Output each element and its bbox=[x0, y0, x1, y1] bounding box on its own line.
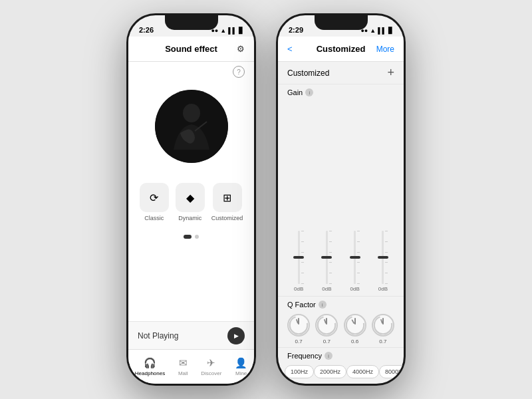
svg-point-9 bbox=[374, 317, 392, 334]
slider-col-0: 0dB bbox=[294, 231, 303, 292]
freq-btn-2[interactable]: 4000Hz bbox=[346, 365, 379, 378]
qfactor-info-icon[interactable]: i bbox=[319, 301, 327, 309]
knob-1[interactable] bbox=[315, 314, 338, 336]
frequency-info-icon[interactable]: i bbox=[325, 352, 332, 360]
knob-col-3: 0.7 bbox=[372, 314, 394, 344]
nav-title-2: Customized bbox=[317, 44, 366, 54]
svg-point-3 bbox=[290, 317, 307, 334]
effect-btn-customized[interactable]: ⊞ Customized bbox=[211, 183, 243, 221]
customized-icon: ⊞ bbox=[213, 183, 242, 212]
now-playing-bar: Not Playing ▶ bbox=[128, 321, 254, 349]
knob-col-1: 0.7 bbox=[315, 314, 338, 344]
effect-btn-dynamic[interactable]: ◆ Dynamic bbox=[176, 183, 205, 221]
slider-label-1: 0dB bbox=[322, 286, 331, 292]
nav-title-1: Sound effect bbox=[165, 44, 217, 54]
gain-label-row: Gain i bbox=[278, 84, 404, 99]
freq-container: 100Hz 2000Hz 4000Hz 8000Hz bbox=[278, 362, 404, 384]
help-icon[interactable]: ? bbox=[233, 66, 245, 78]
notch-1 bbox=[165, 15, 218, 30]
dynamic-icon: ◆ bbox=[176, 183, 205, 212]
slider-col-3: 0dB bbox=[378, 231, 388, 292]
discover-icon: ✈ bbox=[207, 357, 215, 369]
mall-tab-label: Mall bbox=[178, 370, 188, 376]
slider-col-2: 0dB bbox=[350, 231, 360, 292]
tab-mine[interactable]: 👤 Mine bbox=[235, 357, 247, 376]
dot-inactive bbox=[195, 235, 199, 239]
slider-col-1: 0dB bbox=[322, 231, 331, 292]
qfactor-label-row: Q Factor i bbox=[278, 297, 404, 311]
discover-tab-label: Discover bbox=[201, 370, 221, 376]
dynamic-label: Dynamic bbox=[178, 215, 201, 221]
knob-col-0: 0.7 bbox=[287, 314, 310, 344]
status-time-1: 2:26 bbox=[139, 26, 154, 34]
freq-btn-0[interactable]: 100Hz bbox=[285, 365, 314, 378]
nav-bar-1: Sound effect ⚙ bbox=[128, 37, 254, 62]
slider-track-1[interactable] bbox=[326, 231, 328, 284]
svg-point-5 bbox=[318, 317, 335, 334]
knob-value-3: 0.7 bbox=[379, 338, 386, 344]
knob-col-2: 0.6 bbox=[344, 314, 366, 344]
mine-tab-label: Mine bbox=[235, 370, 247, 376]
dot-active bbox=[184, 235, 192, 239]
frequency-label: Frequency bbox=[287, 352, 322, 360]
classic-label: Classic bbox=[144, 215, 164, 221]
slider-track-2[interactable] bbox=[354, 231, 356, 284]
tab-mall[interactable]: ✉ Mall bbox=[178, 357, 188, 376]
tab-bar: 🎧 Headphones ✉ Mall ✈ Discover 👤 Mine bbox=[128, 349, 254, 384]
more-button[interactable]: More bbox=[376, 45, 394, 54]
svg-point-1 bbox=[183, 104, 200, 122]
knob-value-2: 0.6 bbox=[351, 338, 358, 344]
gain-info-icon[interactable]: i bbox=[305, 88, 313, 96]
knob-0[interactable] bbox=[287, 314, 310, 336]
back-button[interactable]: < bbox=[287, 44, 293, 54]
slider-label-2: 0dB bbox=[350, 286, 360, 292]
qfactor-label: Q Factor bbox=[287, 301, 316, 309]
freq-btn-1[interactable]: 2000Hz bbox=[314, 365, 346, 378]
phone-1: 2:26 ●● ▲ ▌▌ ▊ Sound effect ⚙ ? bbox=[126, 13, 256, 386]
knob-2[interactable] bbox=[344, 314, 366, 336]
customized-label: Customized bbox=[211, 215, 243, 221]
knob-value-0: 0.7 bbox=[295, 338, 303, 344]
knob-value-1: 0.7 bbox=[323, 338, 331, 344]
knob-3[interactable] bbox=[372, 314, 394, 336]
svg-line-4 bbox=[297, 320, 298, 323]
gain-label: Gain bbox=[287, 88, 303, 96]
album-art-svg bbox=[155, 90, 228, 163]
slider-label-3: 0dB bbox=[378, 286, 388, 292]
status-icons-2: ●● ▲ ▌▌ ▊ bbox=[360, 27, 393, 34]
nav-bar-2: < Customized More bbox=[278, 37, 404, 62]
freq-btn-3[interactable]: 8000Hz bbox=[379, 365, 404, 378]
mall-icon: ✉ bbox=[179, 357, 188, 369]
phone1-content: ? ⟳ Classic ◆ bbox=[128, 62, 254, 321]
play-button[interactable]: ▶ bbox=[227, 327, 245, 344]
slider-track-3[interactable] bbox=[382, 231, 384, 284]
svg-line-10 bbox=[381, 320, 382, 323]
slider-label-0: 0dB bbox=[294, 286, 303, 292]
customized-header: Customized + bbox=[278, 62, 404, 84]
effect-buttons: ⟳ Classic ◆ Dynamic ⊞ Customized bbox=[140, 183, 243, 221]
status-time-2: 2:29 bbox=[289, 26, 303, 34]
phone-2: 2:29 ●● ▲ ▌▌ ▊ < Customized More Customi… bbox=[276, 13, 406, 386]
mine-icon: 👤 bbox=[235, 357, 247, 369]
status-icons-1: ●● ▲ ▌▌ ▊ bbox=[211, 27, 243, 34]
slider-track-0[interactable] bbox=[298, 231, 300, 284]
headphones-icon: 🎧 bbox=[144, 357, 156, 369]
tab-discover[interactable]: ✈ Discover bbox=[201, 357, 221, 376]
headphones-tab-label: Headphones bbox=[135, 370, 165, 376]
settings-icon[interactable]: ⚙ bbox=[237, 44, 245, 54]
svg-line-8 bbox=[352, 320, 354, 323]
frequency-label-row: Frequency i bbox=[278, 348, 404, 362]
svg-line-6 bbox=[325, 320, 326, 323]
effect-btn-classic[interactable]: ⟳ Classic bbox=[140, 183, 169, 221]
eq-section: Gain i bbox=[278, 84, 404, 384]
not-playing-text: Not Playing bbox=[138, 331, 178, 340]
add-icon[interactable]: + bbox=[387, 66, 394, 80]
sliders-container: 0dB bbox=[278, 99, 404, 296]
customized-header-label: Customized bbox=[287, 68, 329, 78]
album-art bbox=[155, 90, 228, 163]
notch-2 bbox=[315, 15, 368, 30]
svg-point-7 bbox=[346, 317, 363, 334]
knobs-container: 0.7 0.7 bbox=[278, 311, 404, 347]
classic-icon: ⟳ bbox=[140, 183, 169, 212]
tab-headphones[interactable]: 🎧 Headphones bbox=[135, 357, 165, 376]
